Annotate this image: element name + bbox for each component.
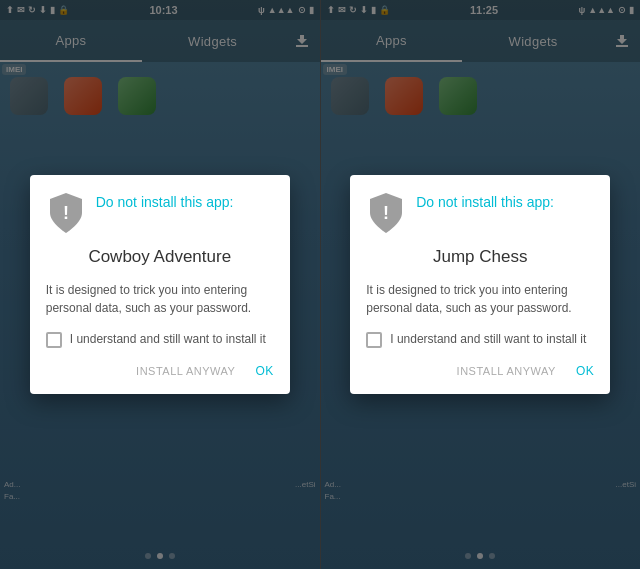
understand-checkbox-left[interactable] (46, 332, 62, 348)
checkbox-row-right: I understand and still want to install i… (366, 331, 594, 348)
checkbox-label-right: I understand and still want to install i… (390, 331, 586, 348)
dialog-header-left: ! Do not install this app: (46, 191, 274, 235)
svg-text:!: ! (383, 203, 389, 223)
security-dialog-right: ! Do not install this app: Jump Chess It… (350, 175, 610, 394)
left-screen: ⬆ ✉ ↻ ⬇ ▮ 🔒 10:13 ψ ▲▲▲ ⊙ ▮ Apps Widgets (0, 0, 321, 569)
dialog-description-right: It is designed to trick you into enterin… (366, 281, 594, 317)
shield-warning-icon-left: ! (46, 191, 86, 235)
ok-button-left[interactable]: OK (255, 364, 273, 378)
svg-text:!: ! (63, 203, 69, 223)
checkbox-label-left: I understand and still want to install i… (70, 331, 266, 348)
dialog-title-right: Do not install this app: (416, 191, 554, 211)
checkbox-row-left: I understand and still want to install i… (46, 331, 274, 348)
dialog-app-name-left: Cowboy Adventure (46, 247, 274, 267)
dialog-title-left: Do not install this app: (96, 191, 234, 211)
security-dialog-left: ! Do not install this app: Cowboy Advent… (30, 175, 290, 394)
dialog-app-name-right: Jump Chess (366, 247, 594, 267)
screen-container: ⬆ ✉ ↻ ⬇ ▮ 🔒 10:13 ψ ▲▲▲ ⊙ ▮ Apps Widgets (0, 0, 640, 569)
dialog-buttons-left: INSTALL ANYWAY OK (46, 364, 274, 378)
right-screen: ⬆ ✉ ↻ ⬇ ▮ 🔒 11:25 ψ ▲▲▲ ⊙ ▮ Apps Widgets (321, 0, 641, 569)
dialog-description-left: It is designed to trick you into enterin… (46, 281, 274, 317)
dialog-buttons-right: INSTALL ANYWAY OK (366, 364, 594, 378)
dialog-overlay-left: ! Do not install this app: Cowboy Advent… (0, 0, 320, 569)
shield-warning-icon-right: ! (366, 191, 406, 235)
dialog-overlay-right: ! Do not install this app: Jump Chess It… (321, 0, 641, 569)
dialog-header-right: ! Do not install this app: (366, 191, 594, 235)
install-anyway-button-left[interactable]: INSTALL ANYWAY (136, 364, 235, 378)
understand-checkbox-right[interactable] (366, 332, 382, 348)
install-anyway-button-right[interactable]: INSTALL ANYWAY (457, 364, 556, 378)
ok-button-right[interactable]: OK (576, 364, 594, 378)
